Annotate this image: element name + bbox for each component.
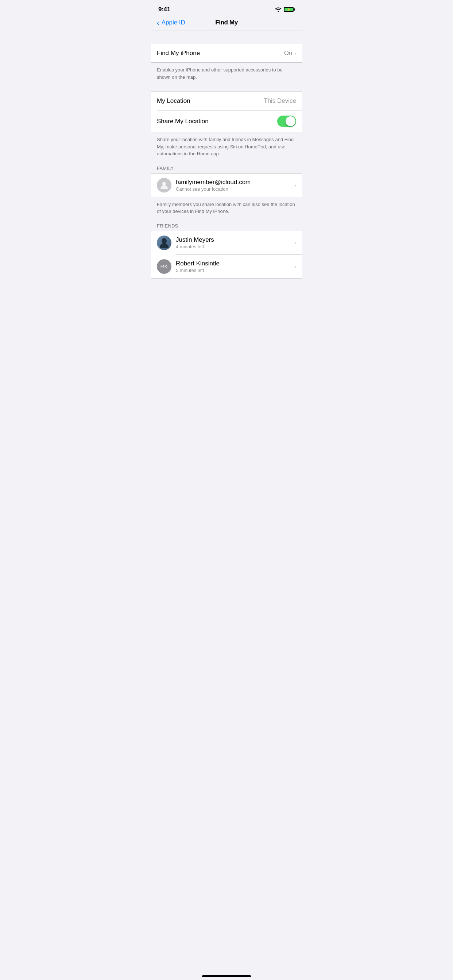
friends-section-header: FRIENDS: [151, 220, 302, 231]
toggle-knob: [286, 116, 295, 126]
robert-info: Robert Kinsintle 5 minutes left: [176, 260, 290, 273]
justin-silhouette: [158, 237, 170, 249]
back-button[interactable]: ‹ Apple ID: [157, 19, 185, 27]
find-my-iphone-value: On: [284, 49, 292, 57]
my-location-value: This Device: [264, 97, 296, 105]
friends-card: Justin Meyers 4 minutes left › RK Robert…: [151, 231, 302, 278]
find-my-iphone-row[interactable]: Find My iPhone On ›: [151, 44, 302, 62]
find-my-iphone-label: Find My iPhone: [157, 49, 200, 57]
justin-time: 4 minutes left: [176, 244, 290, 250]
share-location-description: Share your location with family and frie…: [151, 132, 302, 162]
family-card: familymember@icloud.com Cannot see your …: [151, 173, 302, 197]
status-icons: ⚡: [275, 7, 295, 12]
family-member-row[interactable]: familymember@icloud.com Cannot see your …: [151, 173, 302, 197]
my-location-value-container: This Device: [264, 97, 296, 105]
status-bar: 9:41 ⚡: [151, 0, 302, 16]
family-footer-text: Family members you share location with c…: [151, 197, 302, 220]
back-chevron-icon: ‹: [157, 19, 160, 27]
wifi-icon: [275, 7, 282, 12]
friend-row-robert[interactable]: RK Robert Kinsintle 5 minutes left ›: [151, 255, 302, 278]
robert-chevron: ›: [294, 264, 296, 269]
my-location-row[interactable]: My Location This Device: [151, 92, 302, 110]
page-title: Find My: [215, 19, 238, 26]
person-icon: [159, 180, 169, 190]
back-label: Apple ID: [161, 19, 185, 26]
justin-photo: [157, 235, 171, 250]
find-my-iphone-description: Enables your iPhone and other supported …: [151, 63, 302, 86]
battery-container: ⚡: [284, 7, 295, 12]
bottom-spacer: [151, 278, 302, 308]
robert-time: 5 minutes left: [176, 267, 290, 273]
share-location-toggle[interactable]: [277, 116, 296, 127]
share-my-location-row[interactable]: Share My Location: [151, 110, 302, 132]
family-member-chevron: ›: [294, 182, 296, 188]
top-spacer: [151, 31, 302, 44]
family-section-header: FAMILY: [151, 162, 302, 173]
justin-name: Justin Meyers: [176, 236, 290, 243]
nav-bar: ‹ Apple ID Find My: [151, 16, 302, 31]
my-location-label: My Location: [157, 97, 190, 105]
robert-initials: RK: [157, 259, 171, 274]
justin-chevron: ›: [294, 240, 296, 246]
justin-info: Justin Meyers 4 minutes left: [176, 236, 290, 250]
location-section: My Location This Device Share My Locatio…: [151, 92, 302, 132]
share-my-location-label: Share My Location: [157, 118, 209, 125]
svg-point-1: [161, 238, 167, 244]
robert-avatar: RK: [157, 259, 171, 274]
find-my-iphone-card: Find My iPhone On ›: [151, 44, 302, 63]
friend-row-justin[interactable]: Justin Meyers 4 minutes left ›: [151, 231, 302, 255]
family-member-status: Cannot see your location.: [176, 186, 290, 192]
spacer-1: [151, 86, 302, 92]
justin-avatar: [157, 235, 171, 250]
chevron-right-icon: ›: [294, 50, 296, 56]
svg-point-0: [162, 182, 166, 186]
robert-name: Robert Kinsintle: [176, 260, 290, 267]
family-member-info: familymember@icloud.com Cannot see your …: [176, 179, 290, 192]
find-my-iphone-value-container: On ›: [284, 49, 296, 57]
status-time: 9:41: [158, 6, 170, 13]
family-member-avatar: [157, 178, 171, 192]
family-member-email: familymember@icloud.com: [176, 179, 290, 186]
